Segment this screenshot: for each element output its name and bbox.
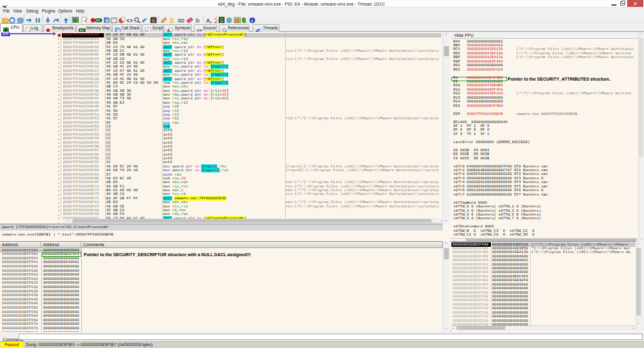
svg-text:S: S [152, 19, 155, 23]
